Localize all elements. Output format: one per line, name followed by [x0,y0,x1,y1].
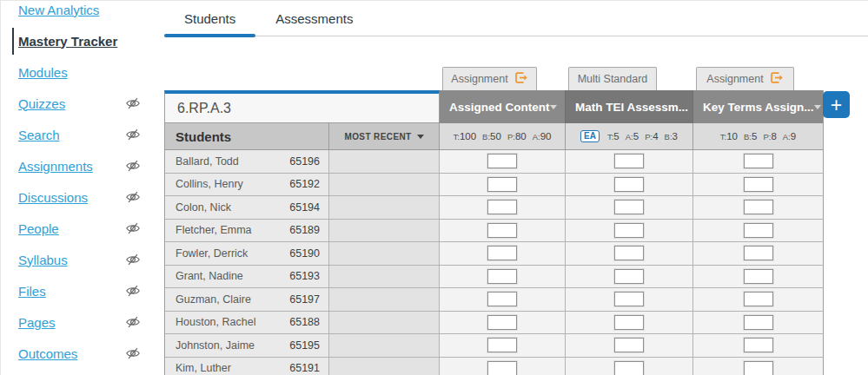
student-name-cell: Collins, Henry65192 [164,174,329,197]
column-header-math-tei-assessm[interactable]: Math TEI Assessm... [566,90,693,123]
sidebar-link-search[interactable]: Search [18,128,60,142]
sidebar-item-modules: Modules [1,56,162,88]
score-cell [566,150,693,174]
student-name-cell: Kim, Luther65191 [164,358,329,375]
sidebar-link-assignments[interactable]: Assignments [18,159,93,174]
student-id: 65197 [289,293,320,306]
chevron-down-icon [417,135,424,139]
student-id: 65190 [289,247,320,260]
score-input[interactable] [487,361,517,375]
score-input[interactable] [614,223,644,238]
mastery-tracker-page: New AnalyticsMastery TrackerModulesQuizz… [0,0,868,375]
score-input[interactable] [487,315,517,330]
sidebar-item-people: People [1,213,162,244]
column-type-button-multi-standard[interactable]: Multi Standard [568,67,657,90]
score-cell [693,288,824,312]
most-recent-sort[interactable]: MOST RECENT [329,123,440,150]
score-input[interactable] [614,269,644,284]
student-name: Houston, Rachel [176,316,255,328]
score-input[interactable] [487,200,517,214]
eye-slash-icon [125,95,141,111]
score-input[interactable] [744,292,773,306]
student-name: Kim, Luther [176,362,231,374]
eye-slash-icon [125,314,141,330]
score-input[interactable] [487,292,517,306]
tab-bar: StudentsAssessments [164,1,868,36]
eye-slash-icon [125,345,141,361]
score-input[interactable] [487,338,517,352]
score-input[interactable] [614,338,644,352]
score-input[interactable] [487,154,517,168]
score-input[interactable] [487,246,517,260]
add-column-button[interactable]: + [823,91,850,118]
student-rows: Ballard, Todd65196Collins, Henry65192Col… [164,150,824,375]
student-row: Colon, Nick65194 [164,196,824,220]
sidebar-link-quizzes[interactable]: Quizzes [18,96,65,111]
score-input[interactable] [614,315,644,330]
score-cell [566,242,693,266]
sidebar-link-pages[interactable]: Pages [18,315,56,330]
student-row: Fletcher, Emma65189 [164,220,824,243]
sidebar-link-discussions[interactable]: Discussions [18,190,88,205]
stat-pair: B:3 [665,131,678,141]
tab-assessments[interactable]: Assessments [255,1,373,36]
score-input[interactable] [744,269,773,284]
course-nav-sidebar: New AnalyticsMastery TrackerModulesQuizz… [1,0,162,369]
score-input[interactable] [614,292,644,306]
score-cell [693,220,824,243]
student-id: 65192 [289,178,320,190]
score-input[interactable] [614,177,644,192]
stat-value: 9 [791,131,796,141]
score-input[interactable] [487,223,517,238]
score-input[interactable] [744,223,773,238]
score-cell [566,334,693,358]
sidebar-link-people[interactable]: People [18,221,59,236]
score-input[interactable] [487,177,517,192]
table-header-row: Students MOST RECENT T:100B:50P:80A:90EA… [164,123,824,150]
sidebar-link-modules[interactable]: Modules [18,65,68,80]
score-cell [440,358,566,375]
score-input[interactable] [744,361,773,375]
sidebar-link-syllabus[interactable]: Syllabus [18,253,68,267]
score-input[interactable] [744,246,773,260]
sidebar-link-outcomes[interactable]: Outcomes [18,346,77,361]
column-header-assigned-content[interactable]: Assigned Content [440,90,566,123]
stat-value: 4 [653,131,658,141]
standard-code-cell[interactable]: 6.RP.A.3 [164,90,440,123]
column-stats: EAT:5A:5P:4B:3 [566,123,693,150]
score-input[interactable] [744,315,773,330]
score-cell [440,334,566,358]
column-type-label: Assignment [706,73,763,85]
student-id: 65191 [289,362,320,374]
student-name-cell: Grant, Nadine65193 [164,266,329,289]
student-name: Guzman, Claire [176,293,251,306]
column-header-key-terms-assign[interactable]: Key Terms Assign... [693,90,824,123]
chevron-down-icon [814,105,821,109]
most-recent-cell [329,174,440,197]
score-input[interactable] [744,154,773,168]
column-type-button-assignment[interactable]: Assignment [442,67,537,90]
stat-key: B: [482,132,490,141]
score-input[interactable] [614,200,644,214]
eye-slash-icon [125,220,141,236]
score-input[interactable] [744,200,773,214]
eye-slash-icon [125,252,141,267]
sidebar-link-mastery-tracker[interactable]: Mastery Tracker [18,34,117,49]
student-name-cell: Ballard, Todd65196 [164,150,329,174]
sidebar-item-pages: Pages [1,306,162,338]
eye-slash-icon [125,189,141,205]
tab-students[interactable]: Students [164,1,255,36]
score-input[interactable] [744,177,773,192]
column-type-button-assignment[interactable]: Assignment [696,67,794,90]
score-input[interactable] [744,338,773,352]
sidebar-link-files[interactable]: Files [18,284,46,299]
standard-code: 6.RP.A.3 [177,101,231,116]
sidebar-link-new-analytics[interactable]: New Analytics [18,3,99,17]
score-input[interactable] [614,154,644,168]
stat-pair: A:9 [783,131,796,141]
score-input[interactable] [614,361,644,375]
score-input[interactable] [487,269,517,284]
student-name-cell: Johnston, Jaime65195 [164,334,329,358]
score-input[interactable] [614,246,644,260]
stat-pair: P:80 [507,131,527,141]
